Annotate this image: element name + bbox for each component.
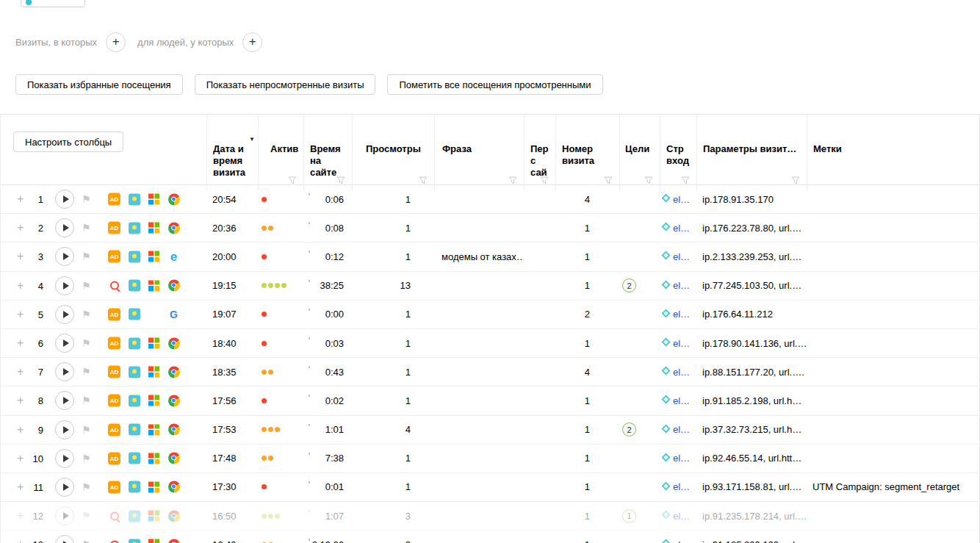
play-visit-button[interactable] xyxy=(55,449,74,468)
entry-page-link[interactable]: el… xyxy=(673,223,690,234)
add-to-segment-icon[interactable]: + xyxy=(17,395,24,406)
add-to-segment-icon[interactable]: + xyxy=(17,424,24,436)
mark-all-viewed-button[interactable]: Пометить все посещения просмотренными xyxy=(387,74,602,95)
column-label-datetime: Дата и время визита xyxy=(213,143,245,178)
add-to-segment-icon[interactable]: + xyxy=(17,481,24,493)
flag-icon[interactable]: ⚑ xyxy=(82,510,91,522)
ad-badge-slot: AD xyxy=(108,251,120,263)
filter-funnel-icon[interactable] xyxy=(508,176,517,184)
filter-funnel-icon[interactable] xyxy=(336,176,345,184)
filter-funnel-icon[interactable] xyxy=(644,176,653,184)
add-people-condition-button[interactable]: + xyxy=(242,32,262,52)
play-visit-button[interactable] xyxy=(55,334,74,353)
entry-page-link[interactable]: el… xyxy=(673,309,690,320)
flag-icon[interactable]: ⚑ xyxy=(82,337,91,349)
windows-icon xyxy=(148,481,159,492)
entry-page-link[interactable]: el… xyxy=(673,539,690,543)
people-condition-label: для людей, у которых xyxy=(137,37,234,48)
add-to-segment-icon[interactable]: + xyxy=(17,539,24,543)
flag-icon[interactable]: ⚑ xyxy=(82,424,91,436)
add-to-segment-icon[interactable]: + xyxy=(17,366,24,378)
play-visit-button[interactable] xyxy=(55,362,74,381)
filter-funnel-icon[interactable] xyxy=(288,176,297,184)
column-header-referrer[interactable]: Пер с сай xyxy=(524,115,555,190)
entry-page-link[interactable]: el… xyxy=(673,251,690,262)
cell-visit-number: 1 xyxy=(555,473,619,501)
chrome-icon xyxy=(168,280,180,292)
filter-funnel-icon[interactable] xyxy=(681,176,690,184)
activity-dot xyxy=(268,226,273,231)
column-header-views[interactable]: Просмотры xyxy=(352,115,434,190)
entry-page-link[interactable]: el… xyxy=(673,481,690,492)
filter-funnel-icon[interactable] xyxy=(419,176,428,184)
play-visit-button[interactable] xyxy=(55,506,74,525)
entry-page-link[interactable]: el… xyxy=(673,367,690,378)
add-to-segment-icon[interactable]: + xyxy=(17,309,24,320)
activity-dot xyxy=(262,312,267,317)
add-to-segment-icon[interactable]: + xyxy=(17,280,24,292)
cell-controls: + 6 ⚑ AD xyxy=(1,329,206,357)
flag-icon[interactable]: ⚑ xyxy=(82,280,91,292)
column-header-duration[interactable]: Время на сайте xyxy=(303,115,352,190)
visit-row: + 5 ⚑ ADG 19:07 0:00 1 2 el… ip.176.64.1… xyxy=(1,301,979,329)
play-visit-button[interactable] xyxy=(55,276,74,295)
entry-page-link[interactable]: el… xyxy=(673,511,690,522)
add-to-segment-icon[interactable]: + xyxy=(17,193,24,205)
cell-visit-number: 1 xyxy=(555,416,619,444)
cell-controls: + 9 ⚑ AD xyxy=(1,416,206,444)
play-visit-button[interactable] xyxy=(55,190,74,209)
show-unviewed-button[interactable]: Показать непросмотренные визиты xyxy=(195,74,376,95)
show-favorites-button[interactable]: Показать избранные посещения xyxy=(15,74,183,95)
cell-referrer xyxy=(524,502,555,530)
column-header-phrase[interactable]: Фраза xyxy=(434,115,524,190)
add-to-segment-icon[interactable]: + xyxy=(17,337,24,349)
column-header-visit-number[interactable]: Номер визита xyxy=(555,115,619,190)
add-to-segment-icon[interactable]: + xyxy=(17,222,24,234)
column-header-labels[interactable]: Метки xyxy=(807,115,979,190)
play-visit-button[interactable] xyxy=(55,478,74,497)
column-header-visit-params[interactable]: Параметры визит… xyxy=(696,115,807,190)
play-visit-button[interactable] xyxy=(55,391,74,410)
column-header-activity[interactable]: Актив xyxy=(258,115,303,190)
filter-funnel-icon[interactable] xyxy=(604,176,613,184)
play-visit-button[interactable] xyxy=(55,247,74,266)
play-visit-button[interactable] xyxy=(55,305,74,324)
entry-page-link[interactable]: el… xyxy=(673,338,690,349)
entry-page-link[interactable]: el… xyxy=(673,424,690,435)
add-to-segment-icon[interactable]: + xyxy=(17,510,24,522)
visit-source-icons: AD xyxy=(108,366,180,378)
add-visit-condition-button[interactable]: + xyxy=(106,32,126,52)
filter-funnel-icon[interactable] xyxy=(540,176,549,184)
ad-badge-slot: AD xyxy=(108,366,120,378)
play-visit-button[interactable] xyxy=(55,218,74,237)
add-to-segment-icon[interactable]: + xyxy=(17,453,24,464)
entry-page-link[interactable]: el… xyxy=(673,280,690,291)
cell-entry-page: el… xyxy=(660,445,696,472)
cell-activity xyxy=(258,272,303,300)
play-visit-button[interactable] xyxy=(55,535,74,543)
flag-icon[interactable]: ⚑ xyxy=(82,481,91,493)
column-header-entry-page[interactable]: Стр вход xyxy=(660,115,696,190)
flag-icon[interactable]: ⚑ xyxy=(82,251,91,262)
ad-icon: AD xyxy=(108,366,120,378)
kz-icon xyxy=(129,366,140,378)
flag-icon[interactable]: ⚑ xyxy=(82,395,91,406)
flag-icon[interactable]: ⚑ xyxy=(82,309,91,320)
flag-icon[interactable]: ⚑ xyxy=(82,222,91,234)
row-number: 11 xyxy=(29,481,43,492)
column-header-goals[interactable]: Цели xyxy=(619,115,660,190)
truncated-selector[interactable] xyxy=(21,0,85,7)
play-visit-button[interactable] xyxy=(55,420,74,439)
entry-page-link[interactable]: el… xyxy=(673,453,690,464)
add-to-segment-icon[interactable]: + xyxy=(17,251,24,262)
column-header-datetime[interactable]: Дата и время визита ▼ xyxy=(206,115,258,190)
flag-icon[interactable]: ⚑ xyxy=(82,193,91,205)
flag-icon[interactable]: ⚑ xyxy=(82,539,91,543)
chrome-icon xyxy=(168,481,180,493)
flag-icon[interactable]: ⚑ xyxy=(82,366,91,378)
configure-columns-button[interactable]: Настроить столбцы xyxy=(13,132,123,152)
entry-page-link[interactable]: el… xyxy=(673,194,690,205)
filter-funnel-icon[interactable] xyxy=(791,176,800,184)
flag-icon[interactable]: ⚑ xyxy=(82,453,91,464)
entry-page-link[interactable]: el… xyxy=(673,395,690,406)
